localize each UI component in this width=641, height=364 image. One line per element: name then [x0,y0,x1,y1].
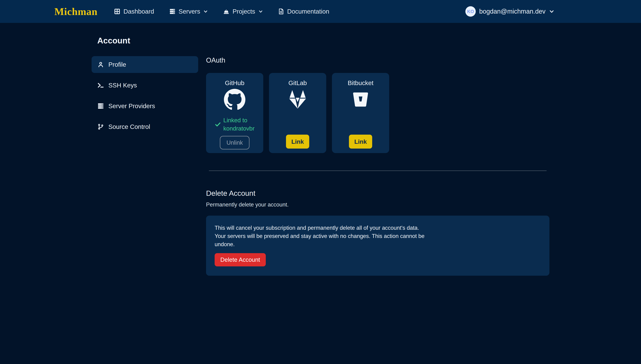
server-rack-icon [97,102,104,110]
sidebar-item-label: Source Control [108,123,150,130]
nav-item-label: Projects [233,8,255,15]
github-logo-icon [224,89,245,110]
terminal-icon [97,82,104,89]
brand-logo[interactable]: Michman [54,6,98,17]
sidebar-item-profile[interactable]: Profile [92,56,198,73]
nav-item-label: Servers [179,8,200,15]
nav-item-projects[interactable]: Projects [223,8,263,15]
delete-account-panel: This will cancel your subscription and p… [206,216,549,276]
link-button[interactable]: Link [349,134,372,148]
document-icon [278,8,284,15]
oauth-heading: OAuth [206,56,549,64]
nav-item-dashboard[interactable]: Dashboard [114,8,154,15]
provider-name: GitLab [288,79,307,87]
nav-item-label: Dashboard [123,8,154,15]
user-menu[interactable]: KO bogdan@michman.dev [465,6,554,17]
nav-item-servers[interactable]: Servers [169,8,208,15]
unlink-button[interactable]: Unlink [220,136,250,150]
check-icon [215,122,221,128]
oauth-card-bitbucket: Bitbucket Link [332,73,389,153]
sidebar-item-label: Profile [108,61,126,68]
oauth-card-gitlab: GitLab Link [269,73,326,153]
account-page: Account Profile [92,23,549,276]
bitbucket-logo-icon [352,89,369,110]
provider-name: Bitbucket [348,79,373,87]
chevron-down-icon [258,9,263,14]
linked-status-text: Linked to kondratovbr [223,116,255,133]
avatar: KO [465,6,476,17]
linked-status: Linked to kondratovbr [215,116,255,133]
provider-name: GitHub [225,79,245,87]
delete-account-button[interactable]: Delete Account [215,253,266,266]
gitlab-logo-icon [287,89,308,110]
dashboard-icon [114,8,120,15]
sidebar-item-label: Server Providers [108,102,155,110]
oauth-card-github: GitHub Linked to [206,73,263,153]
person-icon [97,61,104,68]
delete-warning: This will cancel your subscription and p… [215,224,541,248]
hard-hat-icon [223,8,230,15]
nav-menu: Dashboard Servers [114,8,329,15]
page-title: Account [92,36,549,46]
chevron-down-icon [203,9,208,14]
servers-icon [169,8,176,15]
delete-account-heading: Delete Account [206,189,549,198]
sidebar-item-source-control[interactable]: Source Control [92,118,198,135]
delete-account-subheading: Permanently delete your account. [206,201,549,208]
sidebar-item-label: SSH Keys [108,82,137,89]
oauth-cards: GitHub Linked to [206,73,549,153]
section-divider [209,170,546,171]
link-button[interactable]: Link [286,134,309,148]
git-branch-icon [97,123,104,130]
nav-item-documentation[interactable]: Documentation [278,8,329,15]
nav-item-label: Documentation [287,8,329,15]
sidebar: Profile SSH Keys [92,56,198,139]
sidebar-item-server-providers[interactable]: Server Providers [92,98,198,114]
chevron-down-icon [549,9,554,14]
navbar: Michman Dashboard [0,0,641,23]
user-email: bogdan@michman.dev [479,8,545,15]
sidebar-item-ssh-keys[interactable]: SSH Keys [92,77,198,94]
profile-content: OAuth GitHub [206,56,549,276]
